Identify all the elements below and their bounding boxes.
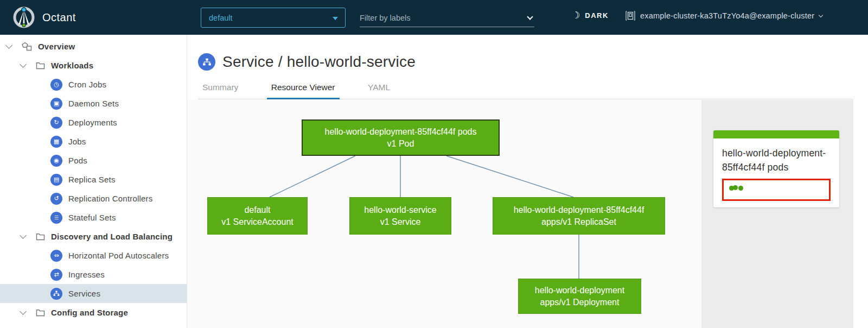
octant-app: Octant default ☾ DARK example-cluster-ka…: [0, 0, 868, 328]
tab-bar: Summary Resource Viewer YAML: [198, 83, 853, 99]
graph-node-pod[interactable]: hello-world-deployment-85ff4cf44f pods v…: [302, 119, 500, 156]
sidebar-item-label: Replication Controllers: [68, 194, 153, 203]
graph-node-replicaset[interactable]: hello-world-deployment-85ff4cf44f apps/v…: [493, 197, 665, 235]
pod-status-dots: [729, 186, 824, 191]
card-body: hello-world-deployment-85ff4cf44f pods: [713, 138, 839, 207]
cluster-icon: [626, 11, 635, 21]
chevron-down-icon: [819, 12, 823, 17]
sidebar-item-label: Jobs: [68, 137, 86, 146]
sidebar-item-pods[interactable]: Pods: [0, 151, 187, 170]
objects-icon: [22, 42, 32, 51]
sidebar-item-overview[interactable]: Overview: [0, 37, 187, 56]
replicationcontroller-icon: [50, 193, 62, 205]
node-label: hello-world-deployment-85ff4cf44f pods: [325, 126, 477, 138]
sidebar-item-label: Workloads: [51, 61, 93, 70]
sidebar-item-label: Horizontal Pod Autoscalers: [68, 251, 169, 260]
chevron-down-icon[interactable]: [20, 61, 27, 68]
sidebar-item-label: Deployments: [68, 118, 117, 127]
sidebar-item-label: Discovery and Load Balancing: [51, 232, 173, 241]
service-icon: [198, 53, 215, 71]
card-title: hello-world-deployment-85ff4cf44f pods: [722, 146, 831, 174]
dark-label: DARK: [585, 11, 609, 20]
sidebar-item-services[interactable]: Services: [0, 284, 187, 303]
pod-status-highlight-box: [722, 179, 831, 201]
tab-yaml[interactable]: YAML: [363, 83, 394, 98]
sidebar-item-label: Services: [68, 289, 100, 298]
sidebar-item-label: Cron Jobs: [68, 80, 106, 89]
namespace-dropdown[interactable]: default: [201, 8, 346, 28]
sidebar-item-label: Overview: [38, 42, 75, 51]
chevron-down-icon[interactable]: [20, 232, 27, 239]
sidebar-item-config-and-storage[interactable]: Config and Storage: [0, 303, 187, 322]
card-status-bar: [713, 130, 839, 138]
pod-icon: [50, 155, 62, 167]
sidebar-item-discovery-and-load-balancing[interactable]: Discovery and Load Balancing: [0, 227, 187, 246]
sidebar-item-cron-jobs[interactable]: Cron Jobs: [0, 75, 187, 94]
node-label: hello-world-service: [364, 204, 436, 216]
label-filter-input[interactable]: [360, 14, 528, 22]
node-sublabel: v1 Pod: [387, 138, 414, 150]
chevron-down-icon[interactable]: [527, 14, 533, 20]
node-detail-panel: hello-world-deployment-85ff4cf44f pods: [701, 100, 853, 328]
resource-viewer-graph: hello-world-deployment-85ff4cf44f pods v…: [187, 100, 701, 328]
chevron-down-icon[interactable]: [5, 42, 12, 49]
sidebar-item-label: Pods: [68, 156, 87, 165]
main-content: Service / hello-world-service Summary Re…: [187, 35, 868, 328]
sidebar-item-label: Config and Storage: [51, 308, 128, 317]
statefulset-icon: [50, 212, 62, 224]
daemonset-icon: [50, 98, 62, 110]
label-filter: [360, 9, 534, 27]
moon-icon: ☾: [572, 11, 580, 20]
namespace-value: default: [209, 14, 233, 22]
sidebar-item-daemon-sets[interactable]: Daemon Sets: [0, 94, 187, 113]
resource-header: Service / hello-world-service: [198, 53, 416, 71]
job-icon: [50, 136, 62, 148]
app-title: Octant: [42, 11, 76, 24]
sidebar-nav: Overview Workloads Cron Jobs Daemon Sets: [0, 35, 187, 328]
node-label: hello-world-deployment-85ff4cf44f: [514, 204, 644, 216]
status-dot: [738, 186, 743, 191]
status-dot: [733, 185, 738, 190]
sidebar-item-label: Ingresses: [68, 270, 105, 279]
graph-node-deployment[interactable]: hello-world-deployment apps/v1 Deploymen…: [518, 279, 641, 314]
node-sublabel: apps/v1 ReplicaSet: [541, 216, 616, 228]
node-sublabel: v1 ServiceAccount: [221, 216, 293, 228]
service-icon: [50, 288, 62, 300]
folder-icon: [36, 62, 45, 70]
sidebar-item-ingresses[interactable]: Ingresses: [0, 265, 187, 284]
page-title: Service / hello-world-service: [222, 53, 416, 71]
folder-icon: [36, 309, 45, 317]
cluster-selector[interactable]: example-cluster-ka3TuTzYo4a@example-clus…: [626, 11, 822, 21]
ingress-icon: [50, 269, 62, 281]
deployment-icon: [50, 117, 62, 129]
node-label: hello-world-deployment: [535, 285, 624, 297]
sidebar-item-horizontal-pod-autoscalers[interactable]: Horizontal Pod Autoscalers: [0, 246, 187, 265]
folder-icon: [36, 233, 45, 241]
replicaset-icon: [50, 174, 62, 186]
caret-down-icon: [333, 17, 338, 20]
chevron-down-icon[interactable]: [20, 308, 27, 315]
cronjob-icon: [50, 79, 62, 91]
sidebar-item-label: Daemon Sets: [68, 99, 119, 108]
hpa-icon: [50, 250, 62, 262]
header-bar: Octant default ☾ DARK example-cluster-ka…: [0, 0, 868, 35]
dark-theme-toggle[interactable]: ☾ DARK: [572, 11, 609, 20]
sidebar-item-workloads[interactable]: Workloads: [0, 56, 187, 75]
sidebar-item-deployments[interactable]: Deployments: [0, 113, 187, 132]
sidebar-item-replication-controllers[interactable]: Replication Controllers: [0, 189, 187, 208]
sidebar-item-label: Stateful Sets: [68, 213, 116, 222]
graph-node-service[interactable]: hello-world-service v1 Service: [349, 197, 451, 235]
sidebar-item-label: Replica Sets: [68, 175, 116, 184]
sidebar-item-stateful-sets[interactable]: Stateful Sets: [0, 208, 187, 227]
tab-resource-viewer[interactable]: Resource Viewer: [267, 83, 340, 99]
cluster-name: example-cluster-ka3TuTzYo4a@example-clus…: [640, 11, 814, 20]
sidebar-item-replica-sets[interactable]: Replica Sets: [0, 170, 187, 189]
graph-node-serviceaccount[interactable]: default v1 ServiceAccount: [207, 197, 308, 235]
node-sublabel: apps/v1 Deployment: [540, 297, 620, 308]
node-sublabel: v1 Service: [380, 216, 421, 228]
octant-logo-icon: [12, 5, 36, 29]
sidebar-item-jobs[interactable]: Jobs: [0, 132, 187, 151]
node-label: default: [244, 204, 270, 216]
pod-status-card[interactable]: hello-world-deployment-85ff4cf44f pods: [713, 130, 839, 207]
tab-summary[interactable]: Summary: [198, 83, 242, 98]
